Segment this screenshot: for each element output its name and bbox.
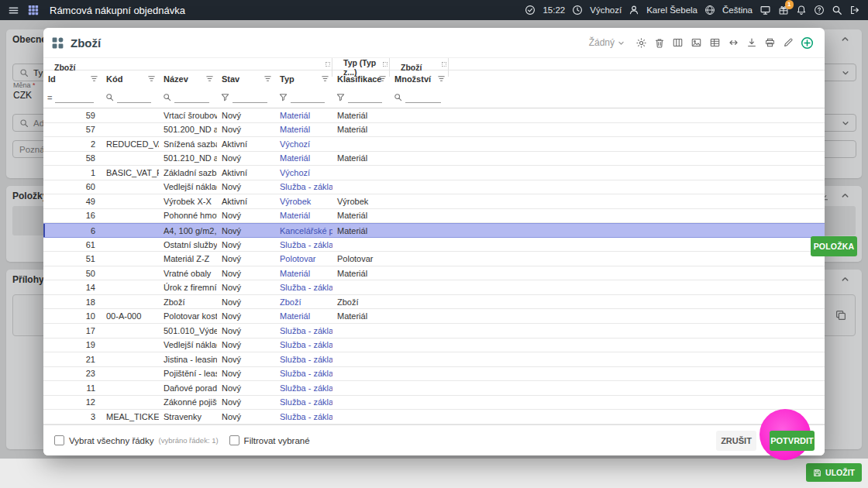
column-header-mnozstvi[interactable]: Množství (390, 70, 449, 87)
edit-icon[interactable] (783, 37, 794, 48)
resize-columns-icon[interactable] (728, 38, 739, 47)
table-row[interactable]: 51Materiál Z-ZNovýPolotovarPolotovar (43, 252, 825, 266)
save-button[interactable]: ULOŽIT (806, 463, 862, 482)
filter-typ-input[interactable] (291, 91, 325, 103)
type-link[interactable]: Služba - základ... (280, 397, 332, 407)
table-row[interactable]: 1BASIC_VAT_RATEZákladní sazba ...Aktivní… (43, 166, 825, 180)
language-label[interactable]: Čeština (722, 5, 753, 15)
filter-selected-checkbox[interactable] (229, 435, 239, 445)
add-icon[interactable] (801, 36, 814, 50)
table-row[interactable]: 21Jistina - leasingNovýSlužba - základ..… (43, 352, 825, 367)
type-link[interactable]: Služba - základ... (280, 412, 332, 421)
table-row[interactable]: 59Vrtací šroubová...NovýMateriálMateriál (43, 108, 825, 123)
export-table-icon[interactable] (709, 37, 721, 48)
column-menu-icon[interactable] (437, 74, 446, 83)
type-link[interactable]: Zboží (280, 297, 301, 307)
type-link[interactable]: Materiál (280, 111, 310, 120)
print-icon[interactable] (764, 37, 776, 48)
type-link[interactable]: Materiál (280, 153, 310, 163)
add-item-button[interactable]: POLOŽKA (811, 236, 857, 256)
filter-mnozstvi-input[interactable] (405, 91, 441, 103)
bell-icon[interactable] (796, 5, 807, 15)
gift-icon[interactable]: 1 (778, 5, 789, 15)
type-link[interactable]: Materiál (280, 269, 310, 278)
table-row[interactable]: 11Daňové porade...NovýSlužba - základ... (43, 381, 825, 396)
delete-icon[interactable] (654, 37, 665, 49)
columns-icon[interactable] (672, 37, 684, 48)
table-row[interactable]: 50Vratné obalyNovýMateriálMateriál (43, 266, 825, 281)
filter-stav-input[interactable] (232, 91, 267, 103)
column-menu-icon[interactable] (378, 74, 387, 83)
select-all-checkbox[interactable] (54, 435, 64, 445)
type-link[interactable]: Služba - základ... (280, 240, 332, 249)
column-header-klasifikace[interactable]: Klasifikace (332, 70, 390, 87)
type-link[interactable]: Služba - základ... (280, 182, 332, 191)
table-row[interactable]: 18ZbožíNovýZbožíZboží (43, 295, 825, 310)
column-menu-icon[interactable] (147, 74, 156, 83)
column-header-stav[interactable]: Stav (217, 70, 275, 87)
table-row[interactable]: 14Úrok z firemní z...NovýSlužba - základ… (43, 280, 825, 295)
table-row[interactable]: 61Ostatní službyNovýSlužba - základ... (43, 238, 825, 253)
funnel-icon[interactable] (279, 93, 288, 101)
column-header-id[interactable]: Id (43, 70, 102, 87)
logout-icon[interactable] (849, 5, 860, 15)
export-image-icon[interactable] (691, 37, 702, 48)
table-row[interactable]: 3MEAL_TICKETStravenkyNovýSlužba - základ… (43, 410, 825, 424)
filter-klasifikace-input[interactable] (348, 91, 382, 103)
column-menu-icon[interactable] (90, 74, 98, 83)
filter-kod-input[interactable] (117, 91, 151, 103)
column-header-kod[interactable]: Kód (102, 70, 159, 87)
table-row[interactable]: 1000-A-000Polotovar kostkyNovýMateriálMa… (43, 309, 825, 324)
funnel-icon[interactable] (221, 93, 229, 101)
table-row[interactable]: 23Pojištění - leasingNovýSlužba - základ… (43, 367, 825, 382)
cancel-button[interactable]: ZRUŠIT (716, 431, 756, 451)
check-circle-icon[interactable] (525, 5, 536, 15)
settings-icon[interactable] (636, 37, 647, 49)
type-link[interactable]: Služba - základ... (280, 283, 332, 292)
column-drag-icon[interactable] (442, 62, 446, 67)
menu-icon[interactable] (8, 5, 19, 16)
funnel-icon[interactable] (336, 93, 345, 101)
profile-label[interactable]: Výchozí (590, 5, 622, 15)
type-link[interactable]: Služba - základ... (280, 326, 332, 335)
download-icon[interactable] (746, 37, 757, 48)
filter-id-input[interactable] (55, 91, 94, 103)
type-link[interactable]: Výrobek (280, 197, 311, 206)
confirm-button[interactable]: POTVRDIT (770, 431, 815, 451)
table-row[interactable]: 60Vedlejší náklady...NovýSlužba - základ… (43, 180, 825, 195)
type-link[interactable]: Materiál (280, 311, 310, 321)
type-link[interactable]: Výchozí (280, 139, 310, 149)
equals-icon[interactable]: = (47, 93, 52, 102)
table-row[interactable]: 57501.200_ND a k...NovýMateriálMateriál (43, 123, 825, 138)
table-row[interactable]: 58501.210_ND a ...NovýMateriálMateriál (43, 152, 825, 167)
column-drag-icon[interactable] (326, 62, 330, 67)
column-header-typ[interactable]: Typ (275, 70, 332, 87)
column-header-nazev[interactable]: Název (159, 70, 217, 87)
globe-icon[interactable] (704, 5, 715, 15)
type-link[interactable]: Materiál (280, 125, 310, 134)
table-row[interactable]: 2REDUCED_VAT_...Snížená sazba ...Aktivní… (43, 137, 825, 152)
type-link[interactable]: Materiál (280, 211, 310, 220)
type-link[interactable]: Služba - základ... (280, 355, 332, 364)
preset-dropdown[interactable]: Žádný (589, 37, 625, 48)
type-link[interactable]: Polotovar (280, 254, 315, 263)
table-row[interactable]: 49Výrobek X-XAktivníVýrobekVýrobek (43, 194, 825, 209)
column-menu-icon[interactable] (321, 74, 329, 83)
table-row[interactable]: 6A4, 100 g/m2, 5...NovýKancelářské pot..… (43, 223, 825, 238)
type-link[interactable]: Výchozí (280, 168, 310, 177)
column-drag-icon[interactable] (383, 62, 388, 67)
type-link[interactable]: Kancelářské pot... (280, 226, 332, 235)
filter-nazev-input[interactable] (174, 91, 209, 103)
user-icon[interactable] (629, 5, 639, 15)
table-row[interactable]: 12Zákonné pojiště...NovýSlužba - základ.… (43, 396, 825, 411)
column-menu-icon[interactable] (264, 74, 272, 83)
column-menu-icon[interactable] (205, 74, 214, 83)
apps-grid-icon[interactable] (28, 5, 39, 15)
table-row[interactable]: 16Pohonné hmotyNovýMateriálMateriál (43, 209, 825, 224)
help-icon[interactable] (814, 5, 825, 15)
type-link[interactable]: Služba - základ... (280, 383, 332, 393)
user-name[interactable]: Karel Šebela (646, 5, 698, 15)
clock-icon[interactable] (572, 5, 583, 15)
type-link[interactable]: Služba - základ... (280, 369, 332, 378)
table-row[interactable]: 19Vedlejší náklady...NovýSlužba - základ… (43, 339, 825, 353)
